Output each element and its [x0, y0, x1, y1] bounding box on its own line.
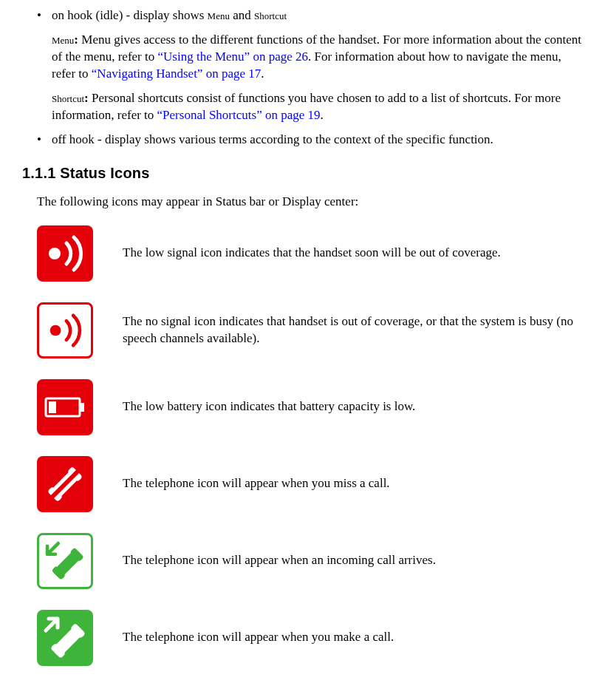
shortcut-label: Shortcut	[52, 93, 84, 104]
low-battery-icon	[37, 379, 93, 435]
svg-rect-3	[80, 403, 84, 412]
icon-row-outgoing-call: The telephone icon will appear when you …	[37, 610, 583, 666]
section-heading: 1.1.1 Status Icons	[22, 163, 583, 183]
outgoing-call-desc: The telephone icon will appear when you …	[123, 629, 583, 646]
onhook-label-shortcut: Shortcut	[254, 10, 287, 21]
menu-label: Menu	[52, 35, 74, 46]
menu-text3: .	[261, 67, 264, 81]
outgoing-call-icon	[37, 610, 93, 666]
bullet-offhook: • off hook - display shows various terms…	[37, 132, 583, 149]
svg-point-1	[50, 324, 61, 336]
icon-row-low-signal: The low signal icon indicates that the h…	[37, 225, 583, 282]
bullet-body: on hook (idle) - display shows Menu and …	[52, 7, 583, 24]
menu-paragraph: Menu: Menu gives access to the different…	[52, 32, 583, 83]
link-navigating-handset[interactable]: “Navigating Handset” on page 17	[92, 67, 261, 81]
menu-colon: :	[74, 33, 81, 47]
svg-line-8	[47, 466, 83, 502]
onhook-and: and	[230, 8, 254, 22]
no-signal-icon	[37, 302, 93, 359]
icon-row-no-signal: The no signal icon indicates that handse…	[37, 302, 583, 359]
shortcut-text2: .	[321, 108, 324, 122]
shortcut-paragraph: Shortcut: Personal shortcuts consist of …	[52, 90, 583, 124]
incoming-call-icon	[37, 533, 93, 589]
section-intro: The following icons may appear in Status…	[37, 194, 583, 211]
onhook-prefix: on hook (idle) - display shows	[52, 8, 208, 22]
shortcut-colon: :	[84, 91, 92, 105]
onhook-label-menu: Menu	[208, 10, 230, 21]
low-signal-icon	[37, 225, 93, 282]
svg-rect-4	[49, 401, 56, 413]
missed-call-icon	[37, 456, 93, 512]
missed-call-desc: The telephone icon will appear when you …	[123, 475, 583, 492]
icon-row-missed-call: The telephone icon will appear when you …	[37, 456, 583, 512]
icon-row-incoming-call: The telephone icon will appear when an i…	[37, 533, 583, 589]
bullet-marker: •	[37, 132, 52, 149]
icon-row-low-battery: The low battery icon indicates that batt…	[37, 379, 583, 435]
no-signal-desc: The no signal icon indicates that handse…	[123, 313, 583, 347]
link-personal-shortcuts[interactable]: “Personal Shortcuts” on page 19	[157, 108, 321, 122]
bullet-marker: •	[37, 7, 52, 24]
bullet-onhook: • on hook (idle) - display shows Menu an…	[37, 7, 583, 24]
incoming-call-desc: The telephone icon will appear when an i…	[123, 552, 583, 569]
low-signal-desc: The low signal icon indicates that the h…	[123, 245, 583, 262]
link-using-menu[interactable]: “Using the Menu” on page 26	[158, 50, 308, 64]
low-battery-desc: The low battery icon indicates that batt…	[123, 398, 583, 415]
offhook-text: off hook - display shows various terms a…	[52, 132, 583, 149]
svg-point-0	[49, 248, 61, 259]
